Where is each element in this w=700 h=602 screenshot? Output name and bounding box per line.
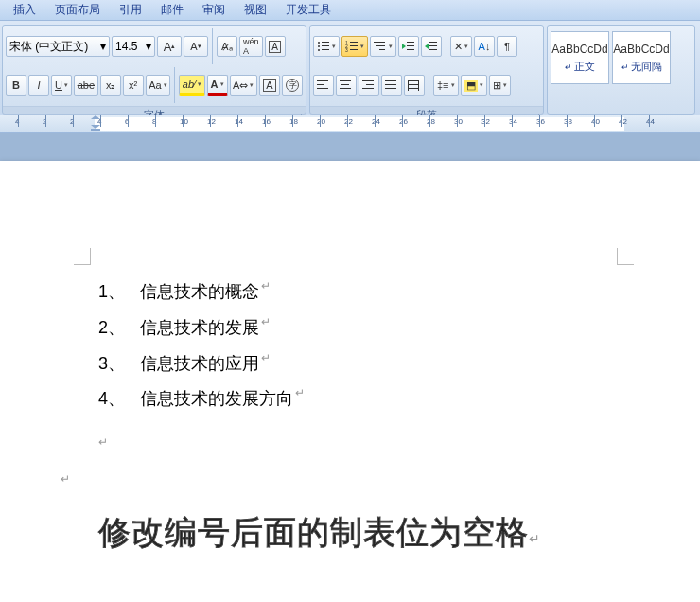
sort-button[interactable]: A↓ <box>474 36 495 57</box>
line-spacing-button[interactable]: ‡≡▾ <box>433 75 459 96</box>
align-justify-button[interactable] <box>381 75 402 96</box>
svg-rect-22 <box>317 84 324 85</box>
chevron-down-icon: ▾ <box>100 40 106 53</box>
menu-review[interactable]: 审阅 <box>193 2 235 18</box>
svg-text:2: 2 <box>345 44 348 49</box>
style-no-spacing[interactable]: AaBbCcDd ↵无间隔 <box>612 31 671 84</box>
change-case-button[interactable]: Aa▾ <box>146 75 171 96</box>
separator <box>446 28 446 64</box>
separator <box>429 67 429 103</box>
svg-rect-35 <box>408 88 419 89</box>
svg-rect-31 <box>385 84 396 85</box>
svg-point-0 <box>318 42 320 44</box>
list-item[interactable]: 1、信息技术的概念↵ <box>98 274 305 310</box>
font-color-button[interactable]: A▾ <box>207 75 228 96</box>
margin-corner-icon <box>74 248 91 265</box>
italic-button[interactable]: I <box>28 75 49 96</box>
pilcrow-icon: ↵ <box>98 431 305 454</box>
char-scale-button[interactable]: A⇔▾ <box>230 75 257 96</box>
svg-rect-16 <box>407 45 414 46</box>
align-center-button[interactable] <box>336 75 357 96</box>
superscript-button[interactable]: x² <box>123 75 144 96</box>
svg-rect-18 <box>429 42 437 43</box>
menu-layout[interactable]: 页面布局 <box>45 2 110 18</box>
menu-mail[interactable]: 邮件 <box>151 2 193 18</box>
align-left-button[interactable] <box>313 75 334 96</box>
style-normal[interactable]: AaBbCcDd ↵正文 <box>551 31 609 84</box>
phonetic-button[interactable]: wénA <box>239 36 263 57</box>
pilcrow-icon: ↵ <box>261 346 271 382</box>
circle-char-button[interactable]: 字 <box>282 75 303 96</box>
increase-indent-button[interactable] <box>421 36 442 57</box>
svg-rect-14 <box>379 49 385 50</box>
multilevel-list-button[interactable]: ▾ <box>370 36 396 57</box>
pilcrow-icon: ↵ <box>295 381 305 417</box>
font-size-combo[interactable]: 14.5 ▾ <box>112 36 155 57</box>
font-name-combo[interactable]: 宋体 (中文正文) ▾ <box>6 36 110 57</box>
list-item[interactable]: 2、信息技术的发展↵ <box>98 310 305 346</box>
document-area: 1、信息技术的概念↵ 2、信息技术的发展↵ 3、信息技术的应用↵ 4、信息技术的… <box>0 133 700 602</box>
separator <box>212 28 213 64</box>
menu-view[interactable]: 视图 <box>235 2 276 18</box>
svg-point-4 <box>318 49 320 51</box>
grow-font-button[interactable]: A▴ <box>157 36 182 57</box>
border-char-button[interactable]: A <box>265 36 286 57</box>
align-distribute-button[interactable] <box>404 75 425 96</box>
list-item[interactable]: 3、信息技术的应用↵ <box>98 346 305 382</box>
page[interactable]: 1、信息技术的概念↵ 2、信息技术的发展↵ 3、信息技术的应用↵ 4、信息技术的… <box>0 161 700 602</box>
margin-corner-icon <box>617 248 634 265</box>
svg-rect-24 <box>340 80 351 81</box>
svg-rect-19 <box>429 45 437 46</box>
bold-button[interactable]: B <box>6 75 26 96</box>
show-marks-button[interactable]: ¶ <box>497 36 517 57</box>
borders-button[interactable]: ⊞▾ <box>489 75 511 96</box>
pilcrow-icon: ↵ <box>61 468 305 491</box>
number-list-button[interactable]: 123▾ <box>341 36 368 57</box>
underline-button[interactable]: U▾ <box>51 75 72 96</box>
ribbon: 宋体 (中文正文) ▾ 14.5 ▾ A▴ A▾ A̷ₐ wénA A B I … <box>0 21 700 115</box>
font-size-value: 14.5 <box>115 40 137 53</box>
svg-rect-34 <box>408 84 419 85</box>
separator <box>174 67 175 103</box>
svg-rect-11 <box>350 49 358 50</box>
svg-rect-29 <box>362 88 374 89</box>
menu-devtools[interactable]: 开发工具 <box>276 2 341 18</box>
svg-rect-7 <box>350 42 358 43</box>
list-item[interactable]: 4、信息技术的发展方向↵ <box>98 381 305 417</box>
svg-rect-27 <box>362 80 374 81</box>
clear-format-button[interactable]: A̷ₐ <box>217 36 237 57</box>
svg-rect-36 <box>408 80 409 91</box>
align-right-button[interactable] <box>359 75 379 96</box>
pilcrow-icon: ↵ <box>261 310 271 346</box>
svg-rect-17 <box>407 49 414 50</box>
subscript-button[interactable]: x₂ <box>100 75 121 96</box>
decrease-indent-button[interactable] <box>398 36 419 57</box>
svg-text:1: 1 <box>345 41 348 45</box>
svg-rect-30 <box>385 80 396 81</box>
svg-rect-21 <box>317 80 328 81</box>
strike-button[interactable]: abe <box>74 75 98 96</box>
shading-button[interactable]: ⬒▾ <box>461 75 487 96</box>
svg-rect-23 <box>317 88 328 89</box>
svg-rect-1 <box>322 42 329 43</box>
char-border-button[interactable]: A <box>259 75 280 96</box>
highlight-button[interactable]: ab⁄▾ <box>179 75 204 96</box>
horizontal-ruler[interactable]: 6422468101214161820222426283032343638404… <box>0 115 700 133</box>
svg-rect-15 <box>407 42 414 43</box>
asian-layout-button[interactable]: ✕▾ <box>450 36 472 57</box>
svg-point-2 <box>318 45 320 47</box>
svg-rect-9 <box>350 45 358 46</box>
document-content[interactable]: 1、信息技术的概念↵ 2、信息技术的发展↵ 3、信息技术的应用↵ 4、信息技术的… <box>98 274 305 492</box>
svg-rect-33 <box>408 80 419 81</box>
menu-bar: 插入 页面布局 引用 邮件 审阅 视图 开发工具 <box>0 0 700 21</box>
svg-rect-28 <box>366 84 374 85</box>
menu-insert[interactable]: 插入 <box>4 2 45 18</box>
bullet-list-button[interactable]: ▾ <box>313 36 340 57</box>
group-styles: AaBbCcDd ↵正文 AaBbCcDd ↵无间隔 <box>547 25 695 115</box>
font-name-value: 宋体 (中文正文) <box>9 39 88 55</box>
shrink-font-button[interactable]: A▾ <box>184 36 208 57</box>
svg-rect-12 <box>374 42 385 43</box>
chevron-down-icon: ▾ <box>146 40 151 53</box>
svg-rect-37 <box>418 80 419 91</box>
menu-references[interactable]: 引用 <box>110 2 151 18</box>
